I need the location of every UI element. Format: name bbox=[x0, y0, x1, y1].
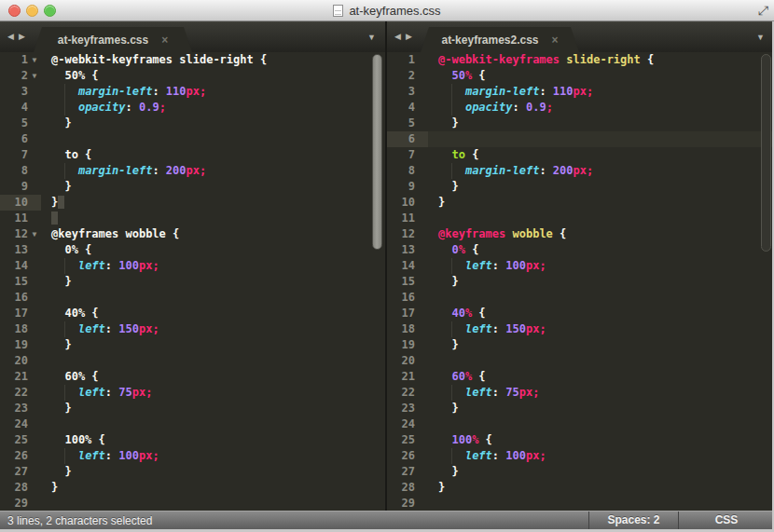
gutter-cell: 21 bbox=[0, 369, 41, 385]
close-tab-icon[interactable]: × bbox=[552, 34, 559, 47]
fold-spacer bbox=[28, 385, 41, 401]
code-text: } bbox=[41, 401, 72, 416]
gutter-cell: 13 bbox=[387, 242, 428, 258]
code-text bbox=[428, 496, 438, 511]
code-token: px; bbox=[574, 164, 594, 177]
code-text bbox=[428, 290, 438, 306]
code-line: 8 margin-left: 200px; bbox=[0, 163, 385, 179]
code-text: @keyframes wobble { bbox=[41, 226, 179, 242]
code-token: : bbox=[539, 164, 552, 177]
gutter-cell: 2▼ bbox=[0, 68, 41, 84]
scrollbar-thumb-left-pane[interactable] bbox=[372, 54, 382, 250]
code-token: margin-left bbox=[78, 85, 152, 98]
fold-spacer bbox=[415, 353, 428, 369]
code-line: 12@keyframes wobble { bbox=[387, 226, 774, 242]
code-text: 40% { bbox=[428, 306, 486, 321]
indentation-setting[interactable]: Spaces: 2 bbox=[588, 512, 678, 529]
code-text: } bbox=[41, 464, 72, 480]
gutter-cell: 3 bbox=[387, 84, 428, 100]
fold-spacer bbox=[28, 116, 41, 131]
code-line: 12▼@keyframes wobble { bbox=[0, 226, 385, 242]
fold-spacer bbox=[415, 116, 428, 131]
code-token: left bbox=[465, 386, 492, 399]
code-line: 27 } bbox=[0, 464, 385, 480]
line-number: 25 bbox=[0, 432, 28, 448]
code-text: opacity: 0.9; bbox=[41, 100, 166, 116]
tab-back-icon[interactable]: ◀ bbox=[394, 32, 401, 41]
fold-spacer bbox=[415, 432, 428, 448]
tab-at-keyframes-css[interactable]: at-keyframes.css × bbox=[34, 27, 192, 52]
tab-at-keyframes2-css[interactable]: at-keyframes2.css × bbox=[421, 27, 579, 52]
tab-back-icon[interactable]: ◀ bbox=[7, 32, 14, 41]
gutter-cell: 20 bbox=[387, 353, 428, 369]
line-number: 22 bbox=[0, 385, 28, 401]
code-token bbox=[438, 307, 451, 320]
tab-forward-icon[interactable]: ▶ bbox=[19, 32, 25, 41]
fold-spacer bbox=[28, 464, 41, 480]
code-text bbox=[41, 353, 51, 369]
line-number: 18 bbox=[0, 321, 28, 337]
code-line: 25 100% { bbox=[0, 432, 385, 448]
fold-spacer bbox=[415, 163, 428, 179]
code-text: 40% { bbox=[41, 306, 99, 321]
code-token: 100 bbox=[505, 259, 526, 272]
fold-arrow-icon[interactable]: ▼ bbox=[28, 226, 41, 242]
line-number: 26 bbox=[0, 448, 28, 464]
gutter-cell: 10 bbox=[0, 195, 41, 211]
gutter-cell: 1▼ bbox=[0, 52, 41, 68]
line-number: 29 bbox=[0, 496, 28, 511]
gutter-cell: 28 bbox=[387, 480, 428, 496]
code-token: px; bbox=[139, 322, 159, 335]
code-token: @keyframes bbox=[438, 227, 505, 240]
line-number: 7 bbox=[387, 147, 415, 163]
code-text: 60% { bbox=[41, 369, 99, 385]
code-token bbox=[438, 69, 451, 82]
code-token: } bbox=[51, 402, 72, 415]
code-text: to { bbox=[428, 147, 478, 163]
tab-forward-icon[interactable]: ▶ bbox=[406, 32, 412, 41]
fold-arrow-icon[interactable]: ▼ bbox=[28, 68, 41, 84]
code-token: } bbox=[51, 481, 58, 494]
code-line: 23 } bbox=[387, 401, 774, 416]
code-editor-right[interactable]: 1@-webkit-keyframes slide-right {2 50% {… bbox=[387, 52, 774, 511]
code-text: } bbox=[41, 116, 72, 131]
code-text bbox=[41, 211, 58, 226]
code-token: 150 bbox=[118, 322, 139, 335]
code-text: } bbox=[428, 464, 459, 480]
titlebar[interactable]: at-keyframes.css ⤢ bbox=[0, 0, 774, 21]
line-number: 27 bbox=[0, 464, 28, 480]
fold-arrow-icon[interactable]: ▼ bbox=[28, 52, 41, 68]
gutter-cell: 16 bbox=[0, 290, 41, 306]
code-token: { bbox=[472, 370, 485, 383]
fold-spacer bbox=[28, 147, 41, 163]
code-line: 28} bbox=[387, 480, 774, 496]
code-token: left bbox=[78, 386, 105, 399]
fold-spacer bbox=[28, 353, 41, 369]
code-line: 21 60% { bbox=[387, 369, 774, 385]
close-tab-icon[interactable]: × bbox=[161, 34, 168, 47]
scrollbar-thumb-right-pane[interactable] bbox=[761, 54, 771, 252]
fold-spacer bbox=[28, 195, 41, 211]
code-token bbox=[51, 85, 78, 98]
code-line: 2▼ 50% { bbox=[0, 68, 385, 84]
tab-list-chevron-icon[interactable]: ▼ bbox=[756, 33, 765, 42]
code-lines: 1▼@-webkit-keyframes slide-right {2▼ 50%… bbox=[0, 52, 385, 511]
line-number: 5 bbox=[0, 116, 28, 131]
gutter-cell: 27 bbox=[0, 464, 41, 480]
code-line: 29 bbox=[387, 496, 774, 511]
gutter-cell: 20 bbox=[0, 353, 41, 369]
code-token: 100% { bbox=[51, 433, 105, 446]
line-number: 27 bbox=[387, 464, 415, 480]
code-editor-left[interactable]: 1▼@-webkit-keyframes slide-right {2▼ 50%… bbox=[0, 52, 385, 511]
code-text: 100% { bbox=[41, 432, 105, 448]
code-text: 50% { bbox=[41, 68, 99, 84]
line-number: 20 bbox=[0, 353, 28, 369]
tab-list-chevron-icon[interactable]: ▼ bbox=[367, 33, 376, 42]
code-token: : bbox=[512, 101, 525, 114]
code-text: to { bbox=[41, 147, 91, 163]
code-line: 13 0% { bbox=[387, 242, 774, 258]
syntax-setting[interactable]: CSS bbox=[678, 512, 774, 529]
code-token bbox=[438, 243, 451, 256]
code-line: 16 bbox=[387, 290, 774, 306]
fullscreen-icon[interactable]: ⤢ bbox=[758, 2, 768, 20]
